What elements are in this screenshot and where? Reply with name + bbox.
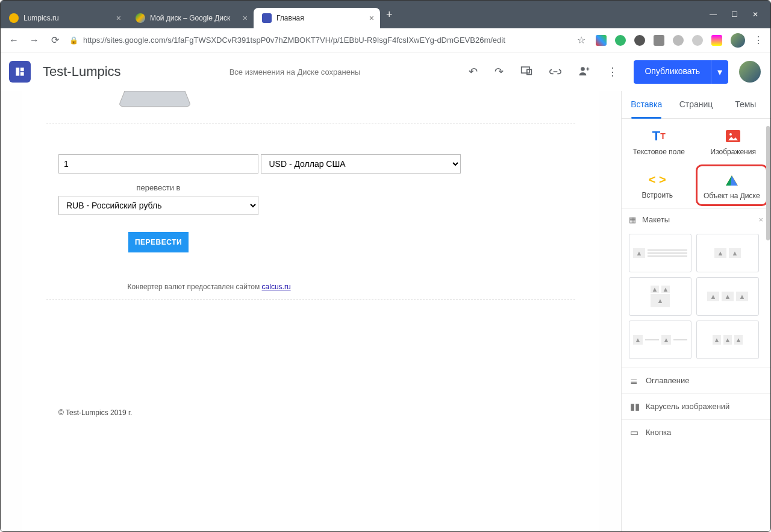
star-icon[interactable]: ☆ — [575, 34, 587, 46]
insert-button[interactable]: ▭ Кнопка — [622, 419, 770, 445]
close-icon[interactable]: × — [116, 13, 121, 23]
panel-body: TT Текстовое поле Изображения < > Встрои… — [622, 119, 770, 531]
amount-input[interactable] — [58, 154, 258, 174]
close-icon[interactable]: × — [243, 13, 248, 23]
insert-images[interactable]: Изображения — [696, 119, 771, 162]
publish-button-group: Опубликовать ▾ — [634, 60, 728, 84]
from-currency-select[interactable]: USD - Доллар США — [261, 154, 461, 174]
user-avatar[interactable] — [739, 61, 761, 83]
layout-option[interactable]: ▲▲ — [629, 321, 691, 359]
browser-menu-icon[interactable]: ⋮ — [754, 34, 763, 46]
extension-icon[interactable] — [634, 35, 645, 46]
undo-icon[interactable]: ↶ — [469, 65, 478, 78]
profile-avatar[interactable] — [731, 33, 745, 48]
forward-button[interactable]: → — [28, 35, 40, 46]
sites-logo[interactable] — [9, 61, 31, 83]
save-status: Все изменения на Диске сохранены — [121, 67, 469, 77]
browser-tab-main[interactable]: Главная × — [254, 8, 380, 28]
insert-toc[interactable]: ≣ Оглавление — [622, 368, 770, 393]
credit-link[interactable]: calcus.ru — [262, 283, 291, 291]
label: Встроить — [624, 191, 691, 199]
extension-icon[interactable] — [673, 35, 684, 46]
publish-dropdown[interactable]: ▾ — [711, 60, 728, 84]
extension-icon[interactable] — [654, 35, 664, 46]
page-content: USD - Доллар США перевести в RUB - Росси… — [22, 91, 599, 531]
layouts-header[interactable]: ▦ Макеты × — [622, 208, 770, 230]
extension-icon[interactable] — [615, 35, 626, 46]
window-controls: — ☐ ✕ — [710, 10, 766, 19]
panel-tabs: Вставка Страниц Темы — [622, 91, 770, 119]
convert-button[interactable]: ПЕРЕВЕСТИ — [128, 232, 189, 252]
close-icon[interactable]: × — [369, 13, 374, 23]
label: Кнопка — [646, 428, 671, 437]
layouts-grid: ▲ ▲▲ ▲▲▲ ▲▲▲ ▲▲ ▲▲▲ — [622, 230, 770, 368]
browser-tabs: Lumpics.ru × Мой диск – Google Диск × Гл… — [1, 1, 710, 28]
extension-icon[interactable] — [711, 35, 722, 46]
label: Изображения — [699, 148, 769, 156]
new-tab-button[interactable]: + — [380, 8, 399, 21]
image-icon — [699, 128, 769, 144]
back-button[interactable]: ← — [8, 35, 20, 46]
scrollbar-thumb[interactable] — [766, 126, 770, 240]
layout-option[interactable]: ▲ — [629, 234, 691, 272]
more-icon[interactable]: ⋮ — [607, 65, 618, 78]
favicon — [9, 13, 19, 23]
insert-text-box[interactable]: TT Текстовое поле — [622, 119, 696, 162]
page-footer: © Test-Lumpics 2019 г. — [58, 408, 563, 417]
browser-tab-drive[interactable]: Мой диск – Google Диск × — [127, 8, 254, 28]
label: Карусель изображений — [646, 402, 729, 411]
layout-option[interactable]: ▲▲ — [696, 234, 759, 272]
browser-titlebar: Lumpics.ru × Мой диск – Google Диск × Гл… — [1, 1, 770, 28]
layout-option[interactable]: ▲▲▲ — [696, 277, 759, 316]
extensions — [596, 35, 722, 46]
svg-point-5 — [581, 67, 585, 71]
publish-button[interactable]: Опубликовать — [634, 60, 711, 84]
carousel-icon: ▮▮ — [630, 401, 646, 412]
redo-icon[interactable]: ↷ — [495, 65, 504, 78]
separator — [46, 124, 575, 124]
minimize-button[interactable]: — — [710, 10, 717, 19]
favicon — [136, 13, 145, 23]
tab-label: Мой диск – Google Диск — [150, 14, 238, 22]
tab-pages[interactable]: Страниц — [671, 91, 720, 118]
laptop-image — [119, 91, 191, 109]
layout-option[interactable]: ▲▲▲ — [696, 321, 759, 359]
share-icon[interactable] — [578, 65, 590, 79]
insert-drive-object[interactable]: Объект на Диске — [696, 164, 769, 205]
reload-button[interactable]: ⟳ — [49, 34, 61, 46]
button-icon: ▭ — [630, 427, 646, 438]
browser-tab-lumpics[interactable]: Lumpics.ru × — [1, 8, 127, 28]
close-window-button[interactable]: ✕ — [752, 10, 758, 19]
collapse-icon[interactable]: × — [758, 215, 763, 224]
svg-point-7 — [729, 133, 732, 136]
tab-themes[interactable]: Темы — [721, 91, 770, 118]
maximize-button[interactable]: ☐ — [731, 10, 738, 19]
canvas[interactable]: USD - Доллар США перевести в RUB - Росси… — [1, 91, 621, 531]
tab-insert[interactable]: Вставка — [622, 91, 671, 118]
svg-rect-1 — [20, 67, 24, 71]
workspace: USD - Доллар США перевести в RUB - Росси… — [1, 91, 770, 531]
insert-image-carousel[interactable]: ▮▮ Карусель изображений — [622, 393, 770, 419]
tab-label: Lumpics.ru — [23, 14, 111, 22]
label: Текстовое поле — [624, 148, 694, 156]
label: Оглавление — [646, 376, 689, 385]
panel-scrollbar[interactable] — [766, 119, 770, 531]
tab-label: Главная — [276, 14, 364, 22]
address-field[interactable]: 🔒 https://sites.google.com/s/1faFgTWSXDC… — [69, 36, 567, 45]
layout-option[interactable]: ▲▲▲ — [629, 277, 691, 316]
lock-icon: 🔒 — [69, 36, 78, 45]
preview-icon[interactable] — [520, 66, 532, 78]
embed-icon: < > — [624, 172, 691, 187]
extension-icon[interactable] — [596, 35, 607, 46]
site-name[interactable]: Test-Lumpics — [43, 64, 121, 80]
drive-icon — [699, 172, 766, 188]
to-currency-select[interactable]: RUB - Российский рубль — [58, 196, 258, 215]
layouts-icon: ▦ — [629, 215, 642, 224]
convert-to-label: перевести в — [58, 183, 258, 192]
link-icon[interactable] — [549, 66, 561, 78]
text-icon: TT — [624, 128, 694, 144]
converter-credit: Конвертер валют предоставлен сайтом calc… — [58, 283, 360, 291]
insert-embed[interactable]: < > Встроить — [622, 162, 693, 208]
url-bar: ← → ⟳ 🔒 https://sites.google.com/s/1faFg… — [1, 28, 770, 52]
extension-icon[interactable] — [692, 35, 703, 46]
